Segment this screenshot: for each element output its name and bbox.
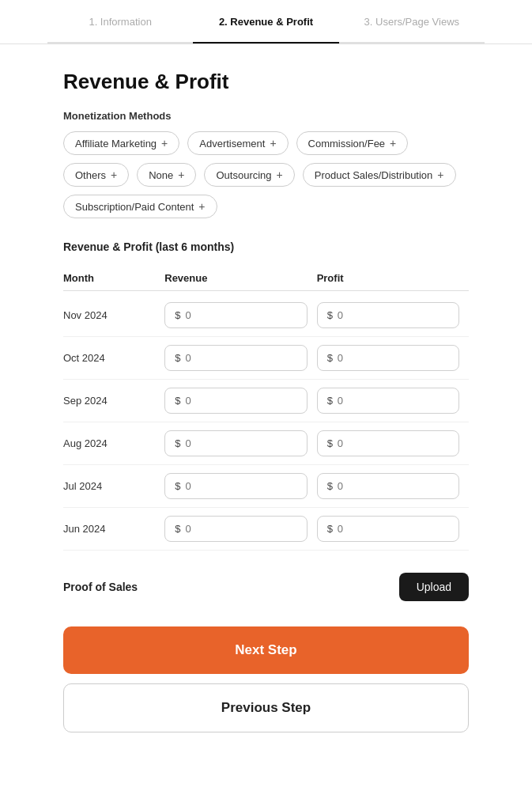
currency-symbol: $	[175, 395, 180, 407]
month-label: Oct 2024	[63, 352, 164, 364]
revenue-input-wrapper-2: $	[164, 345, 307, 371]
table-header: Month Revenue Profit	[63, 266, 469, 291]
month-label: Nov 2024	[63, 309, 164, 321]
monetization-label: Monetization Methods	[63, 110, 469, 122]
step-3[interactable]: 3. Users/Page Views	[339, 16, 485, 44]
prev-step-button[interactable]: Previous Step	[63, 683, 469, 732]
tags-container: Affiliate Marketing + Advertisement + Co…	[63, 131, 469, 218]
upload-button[interactable]: Upload	[399, 573, 469, 601]
next-step-button[interactable]: Next Step	[63, 626, 469, 674]
tag-others[interactable]: Others +	[63, 163, 129, 187]
revenue-input-6[interactable]	[185, 523, 232, 535]
currency-symbol: $	[327, 523, 333, 535]
profit-input-4[interactable]	[338, 437, 385, 449]
revenue-input-2[interactable]	[185, 352, 232, 364]
month-label: Jul 2024	[63, 480, 164, 492]
proof-label: Proof of Sales	[63, 581, 138, 593]
currency-symbol: $	[175, 480, 180, 492]
revenue-input-5[interactable]	[185, 480, 232, 492]
currency-symbol: $	[327, 395, 333, 407]
profit-input-5[interactable]	[338, 480, 385, 492]
col-revenue: Revenue	[164, 272, 316, 284]
table-row: Jun 2024 $ $	[63, 508, 469, 551]
page-title: Revenue & Profit	[63, 70, 469, 94]
profit-input-wrapper-1: $	[317, 302, 459, 328]
tag-affiliate[interactable]: Affiliate Marketing +	[63, 131, 179, 155]
month-label: Jun 2024	[63, 523, 164, 535]
table-row: Aug 2024 $ $	[63, 422, 469, 465]
currency-symbol: $	[175, 352, 180, 364]
col-profit: Profit	[317, 272, 469, 284]
revenue-input-wrapper-5: $	[164, 473, 307, 499]
proof-section: Proof of Sales Upload	[63, 573, 469, 601]
profit-input-3[interactable]	[338, 395, 385, 407]
revenue-input-4[interactable]	[185, 437, 232, 449]
month-label: Sep 2024	[63, 395, 164, 407]
tag-outsourcing[interactable]: Outsourcing +	[204, 163, 294, 187]
table-row: Jul 2024 $ $	[63, 465, 469, 508]
profit-input-wrapper-4: $	[317, 430, 459, 456]
main-content: Revenue & Profit Monetization Methods Af…	[0, 44, 532, 764]
table-row: Oct 2024 $ $	[63, 337, 469, 380]
currency-symbol: $	[327, 480, 333, 492]
table-row: Sep 2024 $ $	[63, 380, 469, 422]
revenue-table: Month Revenue Profit Nov 2024 $ $ Oct 20…	[63, 266, 469, 551]
table-row: Nov 2024 $ $	[63, 294, 469, 337]
stepper: 1. Information 2. Revenue & Profit 3. Us…	[0, 0, 532, 44]
tag-subscription[interactable]: Subscription/Paid Content +	[63, 195, 217, 218]
month-label: Aug 2024	[63, 437, 164, 449]
currency-symbol: $	[175, 523, 180, 535]
revenue-input-1[interactable]	[185, 309, 232, 321]
revenue-input-wrapper-6: $	[164, 516, 307, 542]
currency-symbol: $	[327, 437, 333, 449]
currency-symbol: $	[327, 352, 333, 364]
revenue-section-label: Revenue & Profit (last 6 months)	[63, 240, 469, 253]
currency-symbol: $	[175, 309, 180, 321]
profit-input-6[interactable]	[338, 523, 385, 535]
step-1[interactable]: 1. Information	[47, 16, 193, 44]
tag-advertisement[interactable]: Advertisement +	[187, 131, 288, 155]
profit-input-wrapper-3: $	[317, 388, 459, 414]
tag-commission[interactable]: Commission/Fee +	[296, 131, 409, 155]
profit-input-wrapper-6: $	[317, 516, 459, 542]
revenue-input-wrapper-4: $	[164, 430, 307, 456]
revenue-input-wrapper-3: $	[164, 388, 307, 414]
currency-symbol: $	[175, 437, 180, 449]
profit-input-wrapper-5: $	[317, 473, 459, 499]
revenue-input-3[interactable]	[185, 395, 232, 407]
profit-input-1[interactable]	[338, 309, 385, 321]
col-month: Month	[63, 272, 164, 284]
tag-product[interactable]: Product Sales/Distribution +	[303, 163, 456, 187]
tag-none[interactable]: None +	[137, 163, 196, 187]
currency-symbol: $	[327, 309, 333, 321]
step-2[interactable]: 2. Revenue & Profit	[193, 16, 338, 44]
profit-input-wrapper-2: $	[317, 345, 459, 371]
profit-input-2[interactable]	[338, 352, 385, 364]
revenue-input-wrapper-1: $	[164, 302, 307, 328]
